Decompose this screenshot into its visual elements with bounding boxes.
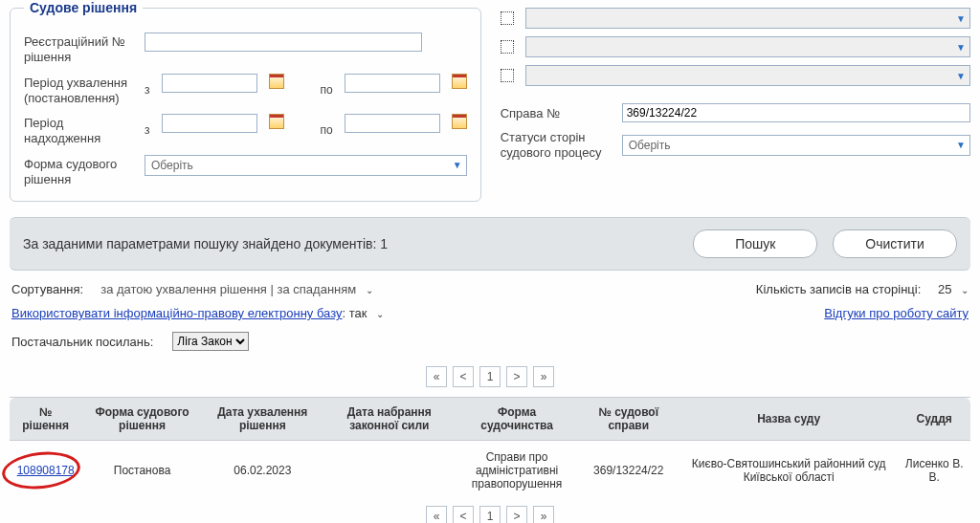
th-court-name: Назва суду <box>679 398 898 441</box>
calendar-icon[interactable] <box>269 114 284 129</box>
chevron-down-icon: ▼ <box>956 42 966 53</box>
to-label-2: по <box>321 123 333 137</box>
th-force-date: Дата набрання законної сили <box>323 398 457 441</box>
cell-adopt-date: 06.02.2023 <box>203 441 323 501</box>
sort-value: за датою ухвалення рішення | за спадання… <box>100 282 356 296</box>
cell-form: Постанова <box>81 441 202 501</box>
chevron-down-icon[interactable]: ⌄ <box>376 309 384 319</box>
chevron-down-icon: ⌄ <box>366 285 373 295</box>
th-form: Форма судового рішення <box>81 398 202 441</box>
db-link[interactable]: Використовувати інформаційно-правову еле… <box>11 306 343 320</box>
sort-label: Сортування: <box>11 282 83 296</box>
case-no-input[interactable] <box>622 103 970 122</box>
page-size-select[interactable]: 25 ⌄ <box>938 282 969 296</box>
supplier-select[interactable]: Ліга Закон <box>172 332 249 351</box>
cell-judge: Лисенко В. В. <box>898 441 970 501</box>
page-size-label: Кількість записів на сторінці: <box>756 282 921 296</box>
db-link-suffix: : так <box>343 306 368 320</box>
chevron-down-icon: ▼ <box>453 160 462 170</box>
to-label-1: по <box>321 83 333 97</box>
pager-first[interactable]: « <box>426 366 447 387</box>
form-label: Форма судового рішення <box>24 155 137 188</box>
pager-last[interactable]: » <box>533 506 554 523</box>
court-decision-legend: Судове рішення <box>24 0 143 15</box>
calendar-icon[interactable] <box>452 114 467 129</box>
pager-prev[interactable]: < <box>453 506 474 523</box>
cell-case-no: 369/13224/22 <box>577 441 679 501</box>
pager-next[interactable]: > <box>506 506 527 523</box>
feedback-link[interactable]: Відгуки про роботу сайту <box>824 306 969 320</box>
th-no: № рішення <box>10 398 81 441</box>
pager-next[interactable]: > <box>506 366 527 387</box>
supplier-label: Постачальник посилань: <box>11 335 153 349</box>
table-row: 108908178 Постанова 06.02.2023 Справи пр… <box>10 441 970 501</box>
period-receipt-from-input[interactable] <box>162 114 257 133</box>
pager-first[interactable]: « <box>426 506 447 523</box>
decision-form-value: Оберіть <box>151 159 193 172</box>
cell-proceeding: Справи про адміністративні правопорушенн… <box>457 441 578 501</box>
pager-prev[interactable]: < <box>453 366 474 387</box>
calendar-icon[interactable] <box>269 74 284 89</box>
decision-form-select[interactable]: Оберіть ▼ <box>145 155 467 176</box>
party-status-label: Статуси сторін судового процесу <box>501 130 611 160</box>
clear-button[interactable]: Очистити <box>833 229 957 258</box>
right-select-1[interactable]: ▼ <box>525 8 970 29</box>
results-bar: За заданими параметрами пошуку знайдено … <box>10 217 970 271</box>
reg-no-input[interactable] <box>145 33 422 52</box>
results-count-text: За заданими параметрами пошуку знайдено … <box>23 236 388 251</box>
period-adopt-from-input[interactable] <box>162 74 257 93</box>
th-adopt-date: Дата ухвалення рішення <box>203 398 323 441</box>
chevron-down-icon: ⌄ <box>961 285 969 295</box>
calendar-icon[interactable] <box>452 74 467 89</box>
results-table: № рішення Форма судового рішення Дата ух… <box>10 397 970 500</box>
search-button[interactable]: Пошук <box>693 229 817 258</box>
case-no-label: Справа № <box>501 106 611 120</box>
chevron-down-icon: ▼ <box>956 13 966 24</box>
reg-no-label: Реєстраційний № рішення <box>24 33 137 66</box>
right-select-3[interactable]: ▼ <box>525 65 970 86</box>
period-adopt-to-input[interactable] <box>345 74 440 93</box>
th-proceeding: Форма судочинства <box>457 398 578 441</box>
pager-page[interactable]: 1 <box>479 366 501 387</box>
table-header-row: № рішення Форма судового рішення Дата ух… <box>10 398 970 441</box>
party-status-value: Оберіть <box>629 139 671 152</box>
period-receipt-to-input[interactable] <box>345 114 440 133</box>
right-select-2[interactable]: ▼ <box>525 36 970 57</box>
sort-select[interactable]: за датою ухвалення рішення | за спадання… <box>100 282 373 296</box>
decision-no-link[interactable]: 108908178 <box>17 464 75 477</box>
cell-court-name: Києво-Святошинський районний суд Київськ… <box>679 441 898 501</box>
pager-last[interactable]: » <box>533 366 554 387</box>
th-case-no: № судової справи <box>577 398 679 441</box>
chevron-down-icon: ▼ <box>956 71 966 81</box>
page-size-value: 25 <box>938 282 951 296</box>
ghost-checkbox-1[interactable] <box>501 11 514 25</box>
period-adopt-label: Період ухвалення (постановлення) <box>24 74 137 107</box>
court-decision-fieldset: Судове рішення Реєстраційний № рішення П… <box>10 0 481 202</box>
from-label-1: з <box>145 83 150 97</box>
pager-bottom: « < 1 > » <box>10 506 970 523</box>
period-receipt-label: Період надходження <box>24 114 137 147</box>
ghost-checkbox-3[interactable] <box>501 69 514 82</box>
th-judge: Суддя <box>898 398 970 441</box>
pager-top: « < 1 > » <box>10 366 970 387</box>
party-status-select[interactable]: Оберіть ▼ <box>622 135 970 156</box>
cell-force-date <box>323 441 457 501</box>
chevron-down-icon: ▼ <box>956 140 966 150</box>
pager-page[interactable]: 1 <box>479 506 501 523</box>
from-label-2: з <box>145 123 150 137</box>
ghost-checkbox-2[interactable] <box>501 40 514 54</box>
